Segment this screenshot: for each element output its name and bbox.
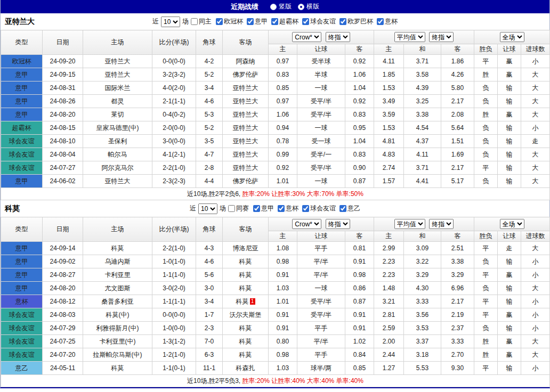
same-venue-checkbox[interactable]: [191, 18, 198, 25]
league-checkbox[interactable]: [302, 205, 309, 212]
away-team[interactable]: 科莫: [223, 268, 269, 282]
filter-league[interactable]: 欧冠杯: [216, 17, 243, 26]
home-team[interactable]: 科莫: [83, 362, 152, 375]
match-score[interactable]: 3-0(0-0): [152, 135, 196, 148]
match-score[interactable]: 1-0(1-0): [152, 255, 196, 268]
league-checkbox[interactable]: [302, 18, 309, 25]
home-team[interactable]: 莱切: [83, 108, 152, 121]
home-team[interactable]: 圣保利: [83, 135, 152, 148]
away-team[interactable]: 亚特兰大: [223, 95, 269, 108]
handicap-final-select[interactable]: 终指: [326, 32, 350, 42]
home-team[interactable]: 亚特兰大: [83, 68, 152, 81]
away-team[interactable]: 科莫: [223, 282, 269, 295]
away-team[interactable]: 亚特兰大: [223, 121, 269, 135]
match-score[interactable]: 2-2(1-0): [152, 242, 196, 255]
away-team[interactable]: 科森扎: [223, 362, 269, 375]
away-team[interactable]: 科莫: [223, 322, 269, 335]
home-team[interactable]: 尤文图斯: [83, 282, 152, 295]
league-checkbox[interactable]: [339, 205, 346, 212]
match-score[interactable]: 3-0(2-0): [152, 282, 196, 295]
average-select[interactable]: 平均值: [394, 219, 425, 229]
filter-league[interactable]: 意杯: [278, 204, 298, 213]
match-score[interactable]: 2-1(1-1): [152, 95, 196, 108]
home-team[interactable]: 拉斯帕尔马斯(中): [83, 348, 152, 362]
match-score[interactable]: 3-2(3-2): [152, 68, 196, 81]
league-checkbox[interactable]: [271, 18, 278, 25]
same-venue-checkbox[interactable]: [228, 205, 235, 212]
bookmaker-select[interactable]: Crow*: [292, 219, 321, 229]
match-score[interactable]: 1-1(1-0): [152, 268, 196, 282]
match-score[interactable]: 2-0(0-0): [152, 121, 196, 135]
home-team[interactable]: 卡利亚里(中): [83, 335, 152, 348]
recent-count-select[interactable]: 10: [198, 203, 217, 214]
match-score[interactable]: 0-0(0-0): [152, 55, 196, 68]
home-team[interactable]: 阿尔克马尔: [83, 161, 152, 175]
league-checkbox[interactable]: [216, 18, 223, 25]
filter-league[interactable]: 欧罗巴杯: [339, 17, 373, 26]
filter-league[interactable]: 超霸杯: [271, 17, 298, 26]
away-team[interactable]: 博洛尼亚: [223, 242, 269, 255]
away-team[interactable]: 亚特兰大: [223, 161, 269, 175]
layout-radio-vertical[interactable]: 竖版: [270, 2, 292, 11]
scope-select[interactable]: 全场: [500, 219, 524, 229]
away-team[interactable]: 科莫: [223, 348, 269, 362]
match-score[interactable]: 1-1(0-1): [152, 362, 196, 375]
home-team[interactable]: 桑普多利亚: [83, 295, 152, 308]
same-venue-filter[interactable]: 同主: [191, 17, 212, 26]
layout-radio-horizontal[interactable]: 横版: [298, 2, 319, 11]
match-score[interactable]: 1-0(0-0): [152, 322, 196, 335]
away-team[interactable]: 科莫: [223, 255, 269, 268]
average-final-select[interactable]: 终指: [429, 219, 454, 229]
match-score[interactable]: 1-3(1-2): [152, 335, 196, 348]
match-score[interactable]: 1-1(1-1): [152, 295, 196, 308]
league-checkbox[interactable]: [253, 205, 260, 212]
average-final-select[interactable]: 终指: [429, 32, 454, 42]
match-score[interactable]: 0-4(0-2): [152, 108, 196, 121]
away-team[interactable]: 佛罗伦萨: [223, 175, 269, 188]
recent-count-select[interactable]: 10: [161, 17, 180, 27]
home-team[interactable]: 利雅得新月(中): [83, 322, 152, 335]
average-select[interactable]: 平均值: [394, 32, 425, 42]
radio-horizontal-icon[interactable]: [298, 4, 304, 10]
home-team[interactable]: 亚特兰大: [83, 55, 152, 68]
league-checkbox[interactable]: [339, 18, 346, 25]
home-team[interactable]: 帕尔马: [83, 148, 152, 161]
match-score[interactable]: 2-3(2-3): [152, 175, 196, 188]
away-team[interactable]: 阿森纳: [223, 55, 269, 68]
handicap-final-select[interactable]: 终指: [326, 219, 350, 229]
match-score[interactable]: 1-2(1-0): [152, 348, 196, 362]
home-team[interactable]: 皇家马德里(中): [83, 121, 152, 135]
home-team[interactable]: 乌迪内斯: [83, 255, 152, 268]
home-team[interactable]: 科莫: [83, 242, 152, 255]
filter-league[interactable]: 意乙: [339, 204, 360, 213]
league-checkbox[interactable]: [278, 205, 285, 212]
home-team[interactable]: 亚特兰大: [83, 175, 152, 188]
league-checkbox[interactable]: [377, 18, 384, 25]
filter-league[interactable]: 意杯: [377, 17, 398, 26]
away-team[interactable]: 亚特兰大: [223, 108, 269, 121]
home-team[interactable]: 卡利亚里: [83, 268, 152, 282]
away-team[interactable]: 佛罗伦萨: [223, 68, 269, 81]
home-team[interactable]: 国际米兰: [83, 81, 152, 95]
match-score[interactable]: 0-0(0-0): [152, 308, 196, 322]
home-team[interactable]: 都灵: [83, 95, 152, 108]
away-team[interactable]: 亚特兰大: [223, 81, 269, 95]
filter-league[interactable]: 意甲: [247, 17, 268, 26]
away-team[interactable]: 沃尔夫斯堡: [223, 308, 269, 322]
away-team[interactable]: 科莫: [223, 335, 269, 348]
match-score[interactable]: 4-0(2-0): [152, 81, 196, 95]
bookmaker-select[interactable]: Crow*: [292, 32, 321, 42]
away-team[interactable]: 亚特兰大: [223, 135, 269, 148]
away-team[interactable]: 科莫1: [223, 295, 269, 308]
match-score[interactable]: 2-2(1-0): [152, 161, 196, 175]
match-score[interactable]: 4-1(2-1): [152, 148, 196, 161]
radio-vertical-icon[interactable]: [270, 4, 277, 10]
away-team[interactable]: 亚特兰大: [223, 148, 269, 161]
filter-league[interactable]: 球会友谊: [302, 17, 336, 26]
same-venue-filter[interactable]: 同赛: [228, 204, 249, 213]
filter-league[interactable]: 球会友谊: [302, 204, 336, 213]
league-checkbox[interactable]: [247, 18, 254, 25]
scope-select[interactable]: 全场: [500, 32, 524, 42]
filter-league[interactable]: 意甲: [253, 204, 274, 213]
home-team[interactable]: 科莫(中): [83, 308, 152, 322]
